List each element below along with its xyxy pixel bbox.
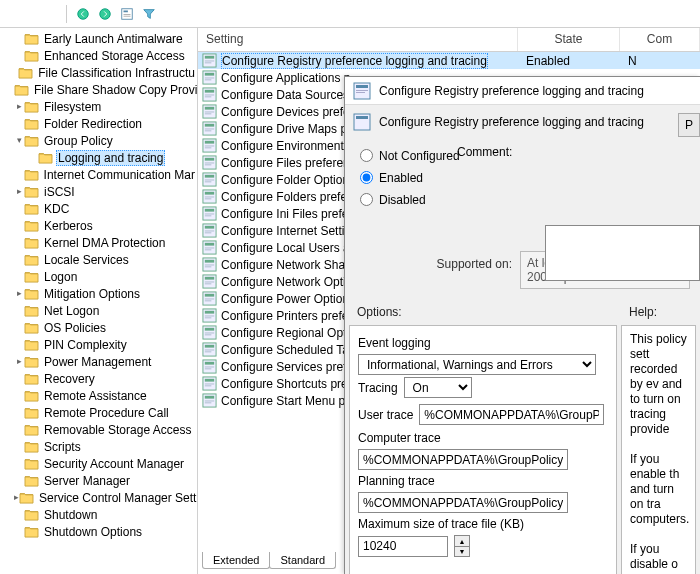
svg-rect-95 — [356, 116, 368, 119]
column-state[interactable]: State — [518, 28, 620, 51]
help-panel[interactable]: This policy sett recorded by ev and to t… — [621, 325, 696, 574]
user-trace-input[interactable] — [419, 404, 604, 425]
tree-item[interactable]: ▸Mitigation Options — [0, 285, 197, 302]
properties-icon[interactable] — [117, 4, 137, 24]
tree-item[interactable]: Shutdown — [0, 506, 197, 523]
tree-item[interactable]: Recovery — [0, 370, 197, 387]
event-logging-select[interactable]: Informational, Warnings and Errors — [358, 354, 596, 375]
tree-item[interactable]: Locale Services — [0, 251, 197, 268]
tree-item[interactable]: Logon — [0, 268, 197, 285]
tree-item[interactable]: OS Policies — [0, 319, 197, 336]
tracing-select[interactable]: On — [404, 377, 472, 398]
tree-label: Logon — [42, 270, 79, 284]
tree-label: Early Launch Antimalware — [42, 32, 185, 46]
event-logging-label: Event logging — [358, 336, 608, 350]
previous-setting-button[interactable]: P — [678, 113, 700, 137]
radio-disabled[interactable]: Disabled — [355, 189, 690, 211]
svg-rect-5 — [124, 15, 131, 16]
list-header: Setting State Com — [198, 28, 700, 52]
tree-item[interactable]: Security Account Manager — [0, 455, 197, 472]
expander-icon[interactable]: ▸ — [14, 102, 24, 111]
tab-standard[interactable]: Standard — [269, 552, 336, 569]
radio-enabled[interactable]: Enabled — [355, 167, 690, 189]
tree-label: Security Account Manager — [42, 457, 186, 471]
tree-item[interactable]: Enhanced Storage Access — [0, 47, 197, 64]
tree-label: Filesystem — [42, 100, 103, 114]
tree-label: Folder Redirection — [42, 117, 144, 131]
comment-textarea[interactable] — [545, 225, 700, 281]
tree-item[interactable]: KDC — [0, 200, 197, 217]
back-icon[interactable] — [73, 4, 93, 24]
planning-trace-label: Planning trace — [358, 474, 608, 488]
svg-rect-41 — [205, 198, 212, 199]
tree-item[interactable]: File Share Shadow Copy Provi — [0, 81, 197, 98]
comment-cell: N — [620, 54, 700, 68]
svg-rect-9 — [205, 62, 212, 63]
spinner-down-icon[interactable]: ▼ — [455, 546, 469, 556]
svg-rect-47 — [205, 226, 214, 229]
setting-label: Configure Drive Maps pr — [221, 122, 351, 136]
computer-trace-input[interactable] — [358, 449, 568, 470]
tree-item[interactable]: Early Launch Antimalware — [0, 30, 197, 47]
expander-icon[interactable]: ▾ — [14, 136, 24, 145]
expander-icon[interactable]: ▸ — [14, 187, 24, 196]
tree-pane[interactable]: Early Launch AntimalwareEnhanced Storage… — [0, 28, 198, 574]
svg-rect-69 — [205, 317, 212, 318]
setting-label: Configure Shortcuts pref — [221, 377, 351, 391]
svg-rect-17 — [205, 96, 212, 97]
tree-item[interactable]: Net Logon — [0, 302, 197, 319]
svg-rect-81 — [205, 368, 212, 369]
svg-rect-36 — [205, 180, 214, 181]
max-size-input[interactable] — [358, 536, 448, 557]
expander-icon[interactable]: ▸ — [14, 357, 24, 366]
svg-rect-37 — [205, 181, 212, 182]
svg-rect-93 — [356, 92, 365, 93]
computer-trace-label: Computer trace — [358, 431, 608, 445]
setting-label: Configure Files preferenc — [221, 156, 356, 170]
setting-label: Configure Data Sources — [221, 88, 349, 102]
tree-item[interactable]: ▸Power Management — [0, 353, 197, 370]
tree-item[interactable]: Shutdown Options — [0, 523, 197, 540]
tree-item[interactable]: ▸Filesystem — [0, 98, 197, 115]
svg-rect-64 — [205, 299, 214, 300]
planning-trace-input[interactable] — [358, 492, 568, 513]
tree-item[interactable]: ▸iSCSI — [0, 183, 197, 200]
tree-item[interactable]: Remote Assistance — [0, 387, 197, 404]
tree-item[interactable]: ▸Service Control Manager Setti — [0, 489, 197, 506]
tree-label: Group Policy — [42, 134, 115, 148]
svg-rect-79 — [205, 362, 214, 365]
tree-item[interactable]: PIN Complexity — [0, 336, 197, 353]
tree-item[interactable]: Kerberos — [0, 217, 197, 234]
tree-item[interactable]: Removable Storage Access — [0, 421, 197, 438]
svg-rect-76 — [205, 350, 214, 351]
tab-extended[interactable]: Extended — [202, 552, 270, 569]
svg-rect-32 — [205, 163, 214, 164]
tree-item[interactable]: Logging and tracing — [0, 149, 197, 166]
svg-rect-57 — [205, 266, 212, 267]
svg-rect-61 — [205, 283, 212, 284]
forward-icon[interactable] — [95, 4, 115, 24]
spinner-up-icon[interactable]: ▲ — [455, 536, 469, 546]
tree-item[interactable]: ▾Group Policy — [0, 132, 197, 149]
tree-item[interactable]: Kernel DMA Protection — [0, 234, 197, 251]
svg-rect-48 — [205, 231, 214, 232]
column-comment[interactable]: Com — [620, 28, 700, 51]
svg-rect-88 — [205, 401, 214, 402]
svg-rect-92 — [356, 90, 368, 91]
column-setting[interactable]: Setting — [198, 28, 518, 51]
options-label: Options: — [357, 305, 598, 319]
tree-item[interactable]: Folder Redirection — [0, 115, 197, 132]
filter-icon[interactable] — [139, 4, 159, 24]
tree-label: Enhanced Storage Access — [42, 49, 187, 63]
dialog-subtitle: Configure Registry preference logging an… — [379, 115, 644, 129]
tree-item[interactable]: Internet Communication Mar — [0, 166, 197, 183]
tree-item[interactable]: Server Manager — [0, 472, 197, 489]
svg-rect-39 — [205, 192, 214, 195]
list-row[interactable]: Configure Registry preference logging an… — [198, 52, 700, 69]
tree-item[interactable]: Scripts — [0, 438, 197, 455]
tree-item[interactable]: File Classification Infrastructu — [0, 64, 197, 81]
tree-item[interactable]: Remote Procedure Call — [0, 404, 197, 421]
svg-rect-55 — [205, 260, 214, 263]
radio-not-configured[interactable]: Not Configured — [355, 145, 690, 167]
expander-icon[interactable]: ▸ — [14, 289, 24, 298]
